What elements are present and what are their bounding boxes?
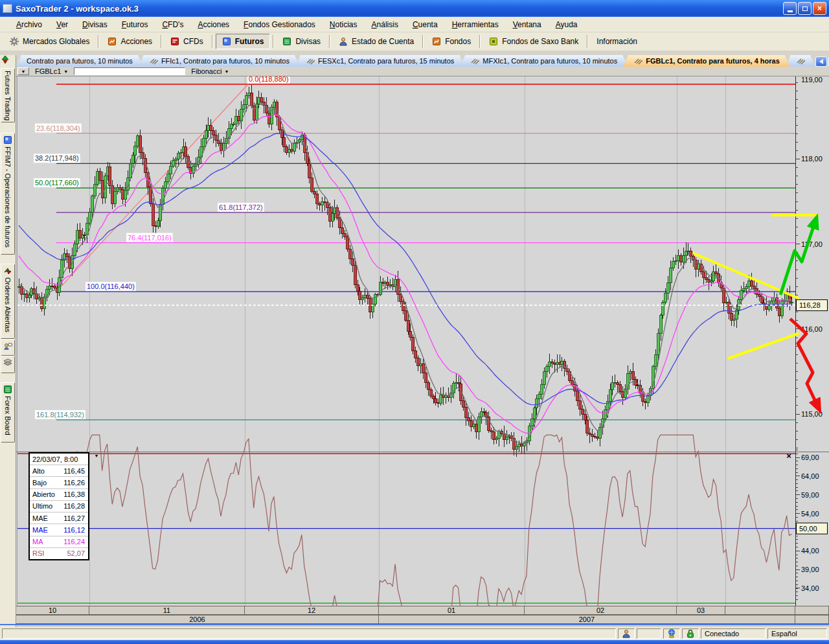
menu-item-an-lisis[interactable]: Análisis xyxy=(365,18,405,31)
candle-down xyxy=(422,363,425,373)
user-icon xyxy=(622,629,631,638)
toolbar-button-futuros[interactable]: Futuros xyxy=(216,34,271,49)
candle-down xyxy=(761,297,764,303)
fx-icon xyxy=(282,37,291,46)
candle-down xyxy=(150,187,152,204)
candle-up xyxy=(170,167,172,174)
tab-label: FGBLc1, Contrato para futuros, 4 horas xyxy=(646,57,780,65)
menu-item-ayuda[interactable]: Ayuda xyxy=(549,18,585,31)
menu-item-divisas[interactable]: Divisas xyxy=(75,18,115,31)
candle-down xyxy=(387,282,389,285)
month-cell-03: 03 xyxy=(677,606,725,614)
rsi-axis-label: 64,00 xyxy=(801,472,819,480)
candle-up xyxy=(137,136,139,146)
candle-down xyxy=(690,251,692,257)
candle-up xyxy=(495,438,498,440)
candle-up xyxy=(630,371,632,373)
menu-item-cfd-s[interactable]: CFD's xyxy=(155,18,190,31)
menu-item-cuenta[interactable]: Cuenta xyxy=(405,18,445,31)
candle-up xyxy=(655,354,657,367)
candle-up xyxy=(364,295,367,298)
tab-fesxc1[interactable]: FESXc1, Contrato para futuros, 15 minuto… xyxy=(295,55,464,67)
candle-down xyxy=(339,218,341,228)
close-button[interactable]: × xyxy=(813,2,826,15)
info-row-value: 116,24 xyxy=(63,538,85,546)
tab-partial[interactable] xyxy=(786,55,815,67)
candle-up xyxy=(745,287,748,289)
title-bar[interactable]: SaxoTrader 2 - workspace.ok.3 × xyxy=(0,0,829,17)
toolbar-button-fondos[interactable]: Fondos xyxy=(426,34,477,49)
tab-contrato-para-futuros[interactable]: Contrato para futuros, 10 minutos xyxy=(16,55,143,67)
toolbar-button-informaci-n[interactable]: Información xyxy=(591,34,643,49)
menu-item-acciones[interactable]: Acciones xyxy=(190,18,236,31)
chart-pen-icon xyxy=(470,56,479,65)
chevron-down-icon[interactable]: ▼ xyxy=(63,69,68,74)
menu-item-archivo[interactable]: Archivo xyxy=(9,18,49,31)
status-lock-cell xyxy=(682,628,699,639)
candle-down xyxy=(409,331,412,337)
candle-up xyxy=(89,213,91,224)
tab-fgblc1[interactable]: FGBLc1, Contrato para futuros, 4 horas xyxy=(623,55,790,67)
sidebar-item-ffim7-operaciones-de-futuros[interactable]: FFIM7 - Operaciones de futuros xyxy=(1,133,15,255)
candle-down xyxy=(584,414,587,420)
menu-item-ver[interactable]: Ver xyxy=(49,18,75,31)
sidebar-item-ordenes-abiertas[interactable]: Ordenes Abiertas xyxy=(1,264,15,339)
contact-icon xyxy=(3,342,12,351)
toolbar-button-estado-de-cuenta[interactable]: Estado de Cuenta xyxy=(333,34,420,49)
candle-up xyxy=(91,196,94,212)
month-cell-12: 12 xyxy=(245,606,379,614)
panel-dropdown-icon[interactable]: ▼ xyxy=(92,454,101,461)
toolbar-button-cfds[interactable]: CFDs xyxy=(165,34,209,49)
candle-down xyxy=(521,444,523,446)
chart-menu-dropdown[interactable]: ▼ xyxy=(17,67,29,75)
toolbar-button-label: Divisas xyxy=(295,37,321,46)
rsi-pane-close-icon[interactable]: × xyxy=(784,452,794,461)
candle-up xyxy=(233,124,235,124)
toolbar-button-acciones[interactable]: Acciones xyxy=(102,34,158,49)
sidebar-item-forex-board[interactable]: Forex Board xyxy=(1,382,15,443)
current-price-text: 116,28 xyxy=(799,301,821,309)
sidebar-button-layers-icon[interactable] xyxy=(1,356,15,373)
tab-scroll-left-button[interactable] xyxy=(815,56,827,67)
minimize-button[interactable] xyxy=(783,2,797,15)
saxo-funds-icon xyxy=(489,37,498,46)
chart-search-input[interactable] xyxy=(74,67,185,75)
restore-button[interactable] xyxy=(798,2,812,15)
candle-down xyxy=(644,402,647,403)
drawing-tool-selector[interactable]: Fibonacci xyxy=(191,67,221,75)
info-row-abierto: Abierto116,38 xyxy=(30,489,88,501)
tab-mfxic1[interactable]: MFXIc1, Contrato para futuros, 10 minuto… xyxy=(460,55,628,67)
rsi-axis-label: 69,00 xyxy=(801,454,819,461)
menu-item-noticias[interactable]: Noticias xyxy=(323,18,365,31)
info-panel-timestamp: 22/03/07, 8:00 xyxy=(30,454,88,465)
status-user-cell xyxy=(618,628,635,639)
candle-up xyxy=(248,93,251,96)
candle-down xyxy=(758,294,761,296)
menu-item-ventana[interactable]: Ventana xyxy=(506,18,549,31)
candle-up xyxy=(725,302,728,303)
candle-down xyxy=(26,293,28,297)
instrument-selector[interactable]: FGBLc1 xyxy=(35,67,61,75)
price-chart[interactable]: 119,00118,00117,00116,00115,0069,0064,00… xyxy=(16,76,829,606)
candle-down xyxy=(319,203,321,205)
candle-up xyxy=(374,294,377,304)
menu-item-herramientas[interactable]: Herramientas xyxy=(445,18,506,31)
toolbar-button-mercados-globales[interactable]: Mercados Globales xyxy=(4,34,95,49)
candle-up xyxy=(205,131,208,139)
sidebar-item-futures-trading[interactable]: Futures Trading xyxy=(1,68,15,122)
toolbar-button-divisas[interactable]: Divisas xyxy=(277,34,326,49)
chevron-down-icon[interactable]: ▼ xyxy=(224,69,229,74)
menu-item-fondos-gestionados[interactable]: Fondos Gestionados xyxy=(236,18,323,31)
chart-region[interactable]: 119,00118,00117,00116,00115,0069,0064,00… xyxy=(16,76,829,606)
info-row-bajo: Bajo116,26 xyxy=(30,477,88,489)
tab-ffic1[interactable]: FFIc1, Contrato para futuros, 10 minutos xyxy=(139,55,300,67)
app-icon xyxy=(3,4,12,13)
candle-down xyxy=(102,180,104,198)
window-title: SaxoTrader 2 - workspace.ok.3 xyxy=(16,4,139,14)
menu-item-futuros[interactable]: Futuros xyxy=(115,18,155,31)
toolbar-button-fondos-de-saxo-bank[interactable]: Fondos de Saxo Bank xyxy=(483,34,584,49)
candle-down xyxy=(551,362,554,363)
tab-label: FESXc1, Contrato para futuros, 15 minuto… xyxy=(318,57,454,65)
sidebar-button-contact-icon[interactable] xyxy=(1,339,15,356)
toolbar-button-label: Mercados Globales xyxy=(23,37,89,46)
